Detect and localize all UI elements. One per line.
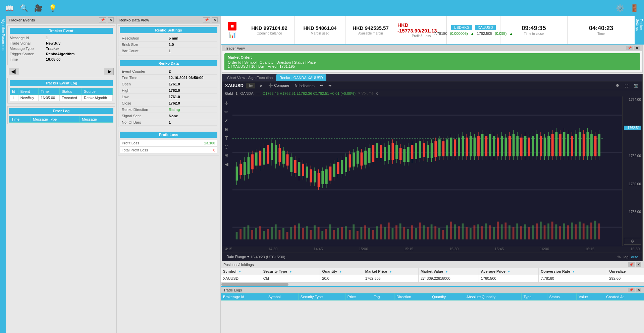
back-tool[interactable]: ◀ bbox=[224, 161, 229, 168]
date-range-btn[interactable]: Date Range ▾ bbox=[225, 254, 251, 260]
measure-tool[interactable]: ⊞ bbox=[224, 152, 229, 159]
renko-data-bars: No. Of Bars1 bbox=[120, 119, 217, 126]
redo-btn[interactable]: ↪ bbox=[327, 83, 333, 88]
message-id-label: Message Id bbox=[10, 36, 43, 40]
algorithm-parameters-tab[interactable]: Algorithm Parameters bbox=[0, 16, 6, 333]
price-level-2: 1762.00 bbox=[624, 154, 641, 158]
svg-rect-58 bbox=[438, 228, 440, 239]
svg-rect-144 bbox=[321, 171, 324, 184]
tl-tag-filter[interactable]: ▼ bbox=[382, 295, 385, 299]
positions-pin-btn[interactable]: 📌 bbox=[628, 262, 635, 267]
auto-btn[interactable]: auto bbox=[630, 254, 640, 260]
svg-rect-146 bbox=[325, 169, 328, 184]
svg-rect-83 bbox=[536, 223, 538, 239]
candle-type-btn[interactable]: 🕯 bbox=[258, 83, 264, 88]
tl-direction-filter[interactable]: ▼ bbox=[413, 295, 416, 299]
tv-close-btn[interactable]: ✕ bbox=[634, 46, 640, 50]
renko-data-close: Close1762.0 bbox=[120, 100, 217, 107]
brokerage-filter[interactable]: ▼ bbox=[246, 295, 249, 299]
trader-view-title: Trader View bbox=[225, 46, 245, 50]
log-id: 1 bbox=[10, 95, 18, 101]
logout-icon[interactable]: 🚪 bbox=[630, 4, 639, 12]
positions-title: Positions/Holdings bbox=[223, 263, 254, 267]
svg-rect-14 bbox=[267, 229, 269, 240]
pencil-tool[interactable]: ✏ bbox=[224, 109, 229, 115]
broker-name: OANDA bbox=[240, 91, 253, 95]
symbol-filter-icon[interactable]: ▼ bbox=[238, 270, 241, 273]
mktprice-filter-icon[interactable]: ▼ bbox=[389, 270, 392, 273]
avgprice-filter-icon[interactable]: ▼ bbox=[507, 270, 511, 273]
tl-quantity-filter[interactable]: ▼ bbox=[448, 295, 451, 299]
svg-rect-15 bbox=[271, 227, 273, 239]
logs-close-btn[interactable]: ✕ bbox=[636, 288, 641, 292]
svg-rect-99 bbox=[598, 223, 600, 239]
tab-renko[interactable]: Renko - OANDA:XAUUSD bbox=[276, 74, 326, 81]
svg-rect-49 bbox=[403, 227, 405, 239]
crosshair-tool[interactable]: ✛ bbox=[224, 100, 229, 107]
text-tool[interactable]: T bbox=[224, 135, 229, 141]
trade-signal-label: Trade Signal bbox=[10, 41, 43, 45]
tracker-settings-tab[interactable]: Tracker Settings bbox=[635, 16, 644, 44]
undo-btn[interactable]: ↩ bbox=[319, 83, 324, 88]
shape-tool[interactable]: ⬡ bbox=[224, 143, 229, 150]
positions-scrollbar[interactable] bbox=[221, 282, 644, 286]
quantity-filter-icon[interactable]: ▼ bbox=[339, 270, 342, 273]
instrument-num: 1 bbox=[235, 91, 237, 95]
convrate-filter-icon[interactable]: ▼ bbox=[572, 270, 575, 273]
lightbulb-icon[interactable]: 💡 bbox=[49, 4, 57, 12]
pos-conv-rate: 7.78180 bbox=[539, 275, 607, 282]
svg-rect-36 bbox=[353, 224, 355, 240]
tl-status-filter[interactable]: ▼ bbox=[562, 295, 565, 299]
tracker-close-btn[interactable]: ✕ bbox=[108, 17, 114, 22]
prev-btn[interactable]: ◀| bbox=[9, 68, 18, 75]
cross-tool[interactable]: ✗ bbox=[224, 117, 229, 124]
camera-icon[interactable]: 🎥 bbox=[34, 4, 43, 12]
time-15-30: 15:30 bbox=[449, 247, 459, 252]
renko-pin-btn[interactable]: 📌 bbox=[203, 17, 210, 22]
search-icon[interactable]: 🔍 bbox=[20, 4, 28, 12]
stop-button[interactable]: ■ bbox=[228, 22, 237, 30]
svg-rect-59 bbox=[442, 230, 444, 240]
settings-chart-btn[interactable]: ⚙ bbox=[614, 83, 621, 88]
chart-toggle-icon[interactable]: 📊 bbox=[229, 32, 236, 38]
chart-timestamp: 16:40:23 (UTC+5:30) bbox=[251, 255, 285, 259]
screenshot-btn[interactable]: 📷 bbox=[632, 83, 640, 88]
renko-settings: Renko Settings Resolution 5 min Brick Si… bbox=[118, 25, 219, 56]
renko-close-btn[interactable]: ✕ bbox=[212, 17, 218, 22]
table-row: 1 NewBuy 16:05.00 Executed RenkoAlgorith bbox=[10, 95, 113, 101]
indicators-btn[interactable]: fx Indicators bbox=[293, 83, 316, 88]
message-type-label: Message Type bbox=[10, 47, 43, 51]
tl-symbol-filter[interactable]: ▼ bbox=[283, 295, 286, 299]
chart-settings-btn[interactable]: ⚙ bbox=[624, 238, 641, 245]
cursor-tool[interactable]: ⊕ bbox=[224, 126, 229, 133]
gear-icon[interactable]: ⚙️ bbox=[616, 4, 624, 12]
tl-created-filter[interactable]: ▼ bbox=[626, 295, 629, 299]
tl-value-filter[interactable]: ▼ bbox=[590, 295, 593, 299]
tl-type-filter[interactable]: ▼ bbox=[534, 295, 537, 299]
renko-title: Renko Data View bbox=[119, 18, 149, 22]
renko-setting-value: 1 bbox=[167, 48, 217, 54]
timeframe-1m[interactable]: 1m bbox=[246, 83, 255, 88]
percent-btn[interactable]: % bbox=[616, 254, 622, 260]
renko-panel: Renko Data View 📌 ✕ Renko Settings Resol… bbox=[117, 16, 221, 333]
compare-btn[interactable]: ➕ Compare bbox=[267, 83, 290, 88]
security-filter-icon[interactable]: ▼ bbox=[289, 270, 292, 273]
tl-absqty-filter[interactable]: ▼ bbox=[497, 295, 500, 299]
tracker-event-form: Tracker Event Message Id 1 Trade Signal … bbox=[7, 25, 115, 65]
tv-pin-btn[interactable]: 📌 bbox=[626, 46, 633, 50]
logs-pin-btn[interactable]: 📌 bbox=[628, 288, 635, 292]
mktvalue-filter-icon[interactable]: ▼ bbox=[445, 270, 448, 273]
next-btn[interactable]: |▶ bbox=[104, 68, 114, 75]
svg-rect-86 bbox=[547, 223, 549, 239]
positions-close-btn[interactable]: ✕ bbox=[636, 262, 641, 267]
book-icon[interactable]: 📖 bbox=[5, 4, 14, 12]
pos-col-security: Security Type ▼ bbox=[261, 268, 320, 275]
fullscreen-btn[interactable]: ⛶ bbox=[623, 83, 630, 88]
tab-algo-execution[interactable]: Chart View - Algo Execution bbox=[224, 74, 276, 81]
svg-rect-230 bbox=[489, 134, 491, 156]
tl-price-filter[interactable]: ▼ bbox=[358, 295, 361, 299]
tl-security-filter[interactable]: ▼ bbox=[325, 295, 328, 299]
tracker-pin-btn[interactable]: 📌 bbox=[99, 17, 106, 22]
log-btn[interactable]: log bbox=[622, 254, 630, 260]
renko-data-table: Event Counter2 End Time12-10-2021 06:50:… bbox=[120, 68, 217, 126]
